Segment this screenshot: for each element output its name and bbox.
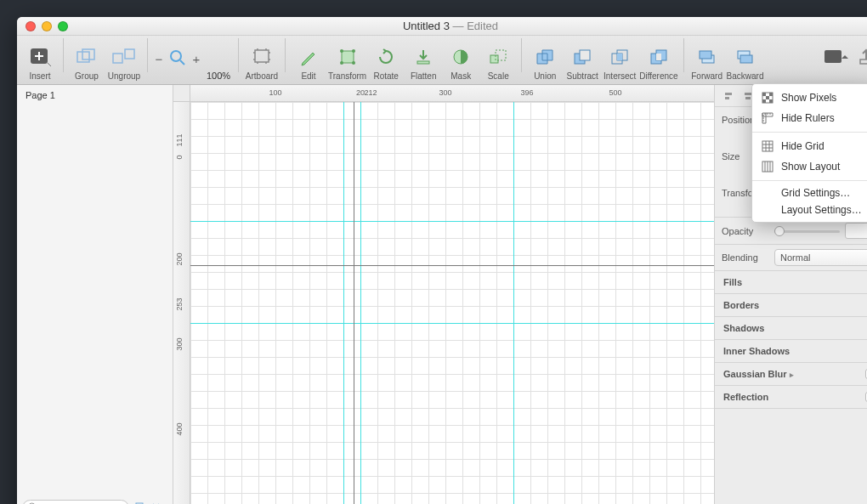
ruler-tick: 500	[609, 88, 621, 97]
subtract-icon	[570, 44, 595, 70]
export-icon	[853, 44, 867, 70]
ruler-tick: 253	[175, 296, 184, 313]
horizontal-guide[interactable]	[190, 221, 714, 222]
svg-rect-2	[82, 49, 94, 59]
edit-button[interactable]: Edit	[291, 44, 326, 81]
transform-button[interactable]: Transform	[328, 44, 366, 81]
group-button[interactable]: Group	[69, 44, 105, 81]
shadows-section[interactable]: Shadows	[715, 317, 867, 340]
svg-rect-34	[762, 93, 766, 96]
mask-button[interactable]: Mask	[443, 44, 479, 81]
view-dropdown-menu: Show Pixels Hide Rulers Hide Grid Show L…	[751, 83, 867, 223]
view-menu-button[interactable]	[819, 44, 852, 81]
intersect-button[interactable]: Intersect	[602, 44, 638, 81]
page-label[interactable]: Page 1	[17, 85, 173, 105]
borders-section[interactable]: Borders	[715, 294, 867, 317]
svg-point-5	[171, 51, 181, 61]
view-icon	[823, 44, 848, 70]
blending-select[interactable]: Normal▾	[774, 249, 867, 266]
union-button[interactable]: Union	[527, 44, 563, 81]
canvas[interactable]	[190, 102, 714, 504]
reflection-section[interactable]: Reflection	[715, 386, 867, 409]
svg-rect-3	[113, 54, 122, 63]
minimize-window-button[interactable]	[42, 21, 52, 31]
rotate-button[interactable]: Rotate	[368, 44, 404, 81]
flatten-icon	[411, 44, 436, 70]
titlebar: Untitled 3 — Edited	[17, 17, 867, 36]
svg-rect-7	[342, 51, 354, 63]
magnify-icon	[168, 48, 187, 69]
ruler-tick: 212	[364, 88, 377, 97]
svg-rect-37	[762, 99, 766, 103]
zoom-window-button[interactable]	[58, 21, 68, 31]
blending-label: Blending	[722, 252, 769, 263]
svg-rect-4	[125, 49, 134, 59]
group-icon	[74, 44, 99, 70]
zoom-out-button[interactable]: −	[153, 52, 165, 66]
transform-icon	[335, 44, 360, 70]
ruler-tick: 111	[175, 132, 184, 149]
svg-rect-6	[255, 50, 269, 62]
ruler-tick: 100	[269, 88, 281, 97]
svg-point-9	[352, 49, 355, 53]
export-button[interactable]	[853, 44, 867, 81]
close-window-button[interactable]	[26, 21, 36, 31]
backward-icon	[733, 44, 758, 70]
cursor-horizontal	[190, 265, 714, 266]
svg-rect-20	[617, 54, 622, 60]
menu-layout-settings[interactable]: Layout Settings…	[752, 201, 867, 218]
vertical-guide[interactable]	[343, 102, 344, 504]
zoom-in-button[interactable]: +	[190, 52, 202, 66]
difference-button[interactable]: Difference	[639, 44, 677, 81]
flatten-button[interactable]: Flatten	[405, 44, 441, 81]
vertical-guide[interactable]	[513, 102, 514, 504]
forward-button[interactable]: Forward	[689, 44, 725, 81]
svg-rect-12	[417, 61, 429, 64]
opacity-label: Opacity	[722, 226, 769, 236]
zoom-level[interactable]: 100%	[204, 45, 233, 81]
insert-button[interactable]: Insert	[22, 44, 58, 81]
layout-icon	[761, 160, 774, 173]
menu-hide-grid[interactable]: Hide Grid	[752, 136, 867, 156]
opacity-slider[interactable]	[774, 225, 840, 237]
svg-rect-29	[860, 59, 867, 64]
zoom-control[interactable]: − +	[153, 48, 202, 81]
window-title: Untitled 3 — Edited	[17, 20, 867, 32]
union-icon	[532, 44, 558, 70]
opacity-field[interactable]	[845, 223, 867, 239]
svg-point-11	[352, 61, 355, 65]
difference-icon	[646, 44, 672, 70]
canvas-area[interactable]: 10020212300396500 1110200253300400	[173, 85, 714, 504]
gaussian-blur-section[interactable]: Gaussian Blur ▸	[715, 363, 867, 386]
menu-show-layout[interactable]: Show Layout	[752, 156, 867, 177]
menu-hide-rulers[interactable]: Hide Rulers	[752, 108, 867, 128]
ruler-origin[interactable]	[173, 85, 190, 102]
inner-shadows-section[interactable]: Inner Shadows	[715, 340, 867, 363]
grid-icon	[761, 139, 774, 153]
document-state: Edited	[467, 20, 498, 32]
svg-rect-17	[580, 50, 590, 60]
menu-show-pixels[interactable]: Show Pixels	[752, 88, 867, 108]
svg-rect-14	[490, 55, 498, 63]
app-window: Untitled 3 — Edited Insert Group Ungroup…	[17, 17, 867, 504]
svg-point-8	[340, 49, 343, 53]
ungroup-button[interactable]: Ungroup	[106, 44, 142, 81]
subtract-button[interactable]: Subtract	[564, 44, 600, 81]
vertical-ruler[interactable]: 1110200253300400	[173, 102, 190, 504]
align-left-button[interactable]	[720, 89, 735, 103]
svg-rect-35	[769, 93, 773, 96]
backward-button[interactable]: Backward	[727, 44, 764, 81]
forward-icon	[694, 44, 720, 70]
fills-section[interactable]: Fills	[715, 271, 867, 294]
mask-icon	[448, 44, 473, 70]
horizontal-guide[interactable]	[190, 323, 714, 324]
scale-button[interactable]: Scale	[480, 44, 516, 81]
cursor-vertical	[354, 102, 354, 504]
artboard-button[interactable]: Artboard	[244, 44, 280, 81]
filter-field[interactable]	[22, 500, 129, 504]
horizontal-ruler[interactable]: 10020212300396500	[190, 85, 714, 102]
ruler-tick: 0	[175, 149, 184, 166]
svg-rect-1	[77, 52, 89, 62]
menu-grid-settings[interactable]: Grid Settings…	[752, 184, 867, 201]
vertical-guide[interactable]	[360, 102, 361, 504]
